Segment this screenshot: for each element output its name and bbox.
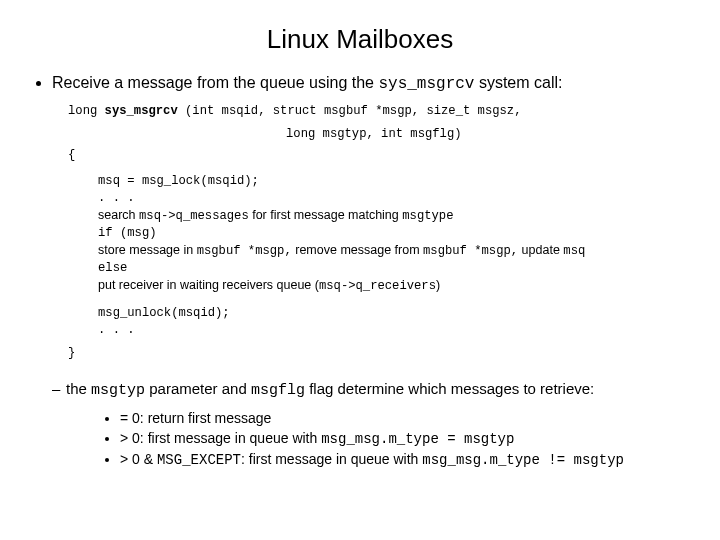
brace-close: } — [68, 345, 692, 361]
body-l6: else — [98, 259, 692, 276]
top-bullets: Receive a message from the queue using t… — [34, 73, 692, 95]
body-l4: if (msg) — [98, 224, 692, 241]
inner-1: = 0: return first message — [120, 408, 692, 428]
code-msgbuf2: msgbuf *msgp, — [423, 244, 518, 258]
dash: – — [52, 379, 66, 399]
bullet-text-pre: Receive a message from the queue using t… — [52, 74, 378, 91]
txt-close: ) — [436, 278, 440, 292]
txt-search: search — [98, 208, 139, 222]
code-msq: msq — [563, 244, 585, 258]
sub-msgflg: msgflg — [251, 382, 305, 399]
bullet-receive: Receive a message from the queue using t… — [52, 73, 692, 95]
code-else: else — [98, 261, 127, 275]
sub-mid: parameter and — [145, 380, 251, 397]
inner2-pre: > 0: first message in queue with — [120, 430, 321, 446]
code-qreceivers: msq->q_receivers — [319, 279, 436, 293]
sig-args1: (int msqid, struct msgbuf *msgp, size_t … — [178, 104, 522, 118]
code-qmessages: msq->q_messages — [139, 209, 249, 223]
sub-msgtyp: msgtyp — [91, 382, 145, 399]
body-l9: . . . — [98, 321, 692, 338]
body-l5: store message in msgbuf *msgp, remove me… — [98, 242, 692, 259]
inner2-code: msg_msg.m_type = msgtyp — [321, 431, 514, 447]
code-lock: msq = msg_lock(msqid); — [98, 174, 259, 188]
slide-title: Linux Mailboxes — [28, 24, 692, 55]
inner3-code2: msg_msg.m_type != msgtyp — [422, 452, 624, 468]
txt-put: put receiver in waiting receivers queue … — [98, 278, 319, 292]
sig-fn: sys_msgrcv — [105, 104, 178, 118]
inner-bullets: = 0: return first message > 0: first mes… — [102, 408, 692, 471]
code-unlock: msg_unlock(msqid); — [98, 306, 230, 320]
inner3-pre: > 0 & — [120, 451, 157, 467]
code-msgbuf1: msgbuf *msgp, — [197, 244, 292, 258]
signature-line2: long msgtyp, int msgflg) — [286, 127, 692, 141]
sub-post: flag determine which messages to retriev… — [305, 380, 594, 397]
inner-2: > 0: first message in queue with msg_msg… — [120, 428, 692, 449]
body-l3: search msq->q_messages for first message… — [98, 207, 692, 224]
slide: Linux Mailboxes Receive a message from t… — [0, 0, 720, 540]
signature-line1: long sys_msgrcv (int msqid, struct msgbu… — [68, 103, 692, 119]
spacer — [98, 294, 692, 304]
inner-3: > 0 & MSG_EXCEPT: first message in queue… — [120, 449, 692, 470]
body-l2: . . . — [98, 189, 692, 206]
inner3-except: MSG_EXCEPT — [157, 452, 241, 468]
sig-long: long — [68, 104, 105, 118]
syscall-name: sys_msgrcv — [378, 75, 474, 93]
code-dots1: . . . — [98, 191, 135, 205]
sub-pre: the — [66, 380, 91, 397]
txt-remove: remove message from — [292, 243, 423, 257]
body-l7: put receiver in waiting receivers queue … — [98, 277, 692, 294]
code-dots2: . . . — [98, 323, 135, 337]
inner3-mid: : first message in queue with — [241, 451, 422, 467]
txt-match: for first message matching — [249, 208, 403, 222]
body-l1: msq = msg_lock(msqid); — [98, 172, 692, 189]
sub-bullet: –the msgtyp parameter and msgflg flag de… — [52, 379, 692, 401]
brace-open: { — [68, 147, 692, 163]
code-msgtype: msgtype — [402, 209, 453, 223]
bullet-text-post: system call: — [474, 74, 562, 91]
txt-store: store message in — [98, 243, 197, 257]
body-l8: msg_unlock(msqid); — [98, 304, 692, 321]
code-if: if (msg) — [98, 226, 157, 240]
txt-update: update — [518, 243, 563, 257]
